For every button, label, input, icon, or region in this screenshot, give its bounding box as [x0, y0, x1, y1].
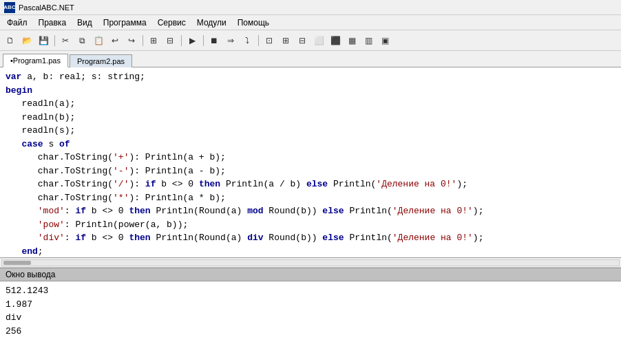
code-line-8: char.ToString('-'): Println(a - b); — [6, 164, 615, 178]
run-btn[interactable]: ▶ — [185, 33, 200, 48]
title-bar: ABC PascalABC.NET — [0, 0, 621, 15]
menu-bar: ФайлПравкаВидПрограммаСервисМодулиПомощь — [0, 15, 621, 30]
output-line: 256 — [6, 325, 615, 339]
code-line-13: 'div': if b <> 0 then Println(Round(a) d… — [6, 231, 615, 245]
redo-btn[interactable]: ↪ — [124, 33, 139, 48]
stop-btn[interactable]: ⏹ — [207, 33, 222, 48]
tb8[interactable]: ▣ — [377, 33, 392, 48]
code-line-1: var a, b: real; s: string; — [6, 70, 615, 84]
sep3 — [179, 33, 183, 48]
stepinto-btn[interactable]: ⤵ — [240, 33, 255, 48]
menu-item-вид[interactable]: Вид — [72, 17, 98, 29]
menu-item-программа[interactable]: Программа — [98, 17, 152, 29]
tabs: •Program1.pasProgram2.pas — [0, 51, 621, 67]
code-line-10: char.ToString('*'): Println(a * b); — [6, 191, 615, 205]
code-line-3: readln(a); — [6, 97, 615, 111]
app-icon: ABC — [4, 2, 15, 13]
save-btn[interactable]: 💾 — [36, 33, 51, 48]
menu-item-сервис[interactable]: Сервис — [152, 17, 191, 29]
menu-item-модули[interactable]: Модули — [191, 17, 232, 29]
code-line-14: end; — [6, 245, 615, 259]
sep5 — [256, 33, 260, 48]
code-line-4: readln(b); — [6, 111, 615, 125]
code-editor[interactable]: var a, b: real; s: string;begin readln(a… — [0, 67, 621, 258]
undo-btn[interactable]: ↩ — [107, 33, 123, 48]
code-line-6: case s of — [6, 138, 615, 151]
output-line: div — [6, 311, 615, 325]
tb2[interactable]: ⊞ — [278, 33, 293, 48]
editor-hscroll[interactable] — [0, 258, 621, 268]
menu-item-правка[interactable]: Правка — [33, 17, 72, 29]
code-line-5: readln(s); — [6, 124, 615, 138]
tb3[interactable]: ⊟ — [295, 33, 310, 48]
tab-0[interactable]: •Program1.pas — [3, 54, 68, 67]
open-btn[interactable]: 📂 — [19, 33, 34, 48]
tb4[interactable]: ⬜ — [311, 33, 326, 48]
tb5[interactable]: ⬛ — [328, 33, 343, 48]
output-line: 512.1243 — [6, 284, 615, 298]
find-btn[interactable]: ⊞ — [146, 33, 161, 48]
output-content: 512.12431.987div256 — [0, 281, 621, 364]
cut-btn[interactable]: ✂ — [58, 33, 73, 48]
new-btn[interactable]: 🗋 — [3, 33, 18, 48]
paste-btn[interactable]: 📋 — [91, 33, 106, 48]
tb6[interactable]: ▦ — [344, 33, 359, 48]
app-title: PascalABC.NET — [19, 3, 74, 12]
toolbar: 🗋📂💾✂⧉📋↩↪⊞⊟▶⏹⇒⤵⊡⊞⊟⬜⬛▦▥▣ — [0, 30, 621, 51]
sep1 — [52, 33, 56, 48]
output-line: 1.987 — [6, 298, 615, 312]
output-title: Окно вывода — [6, 270, 56, 279]
step-btn[interactable]: ⇒ — [223, 33, 238, 48]
sep2 — [140, 33, 145, 48]
copy-btn[interactable]: ⧉ — [74, 33, 90, 48]
menu-item-помощь[interactable]: Помощь — [232, 17, 275, 29]
tb1[interactable]: ⊡ — [262, 33, 277, 48]
code-line-9: char.ToString('/'): if b <> 0 then Print… — [6, 178, 615, 191]
code-line-2: begin — [6, 84, 615, 98]
hscroll-thumb[interactable] — [3, 261, 31, 265]
output-panel: Окно вывода 512.12431.987div256 — [0, 268, 621, 364]
tab-1[interactable]: Program2.pas — [70, 54, 132, 67]
replace-btn[interactable]: ⊟ — [162, 33, 178, 48]
tb7[interactable]: ▥ — [361, 33, 376, 48]
code-line-11: 'mod': if b <> 0 then Println(Round(a) m… — [6, 204, 615, 218]
sep4 — [201, 33, 205, 48]
output-header: Окно вывода — [0, 268, 621, 281]
code-line-7: char.ToString('+'): Println(a + b); — [6, 151, 615, 164]
hscroll-track[interactable] — [1, 259, 620, 266]
code-line-12: 'pow': Println(power(a, b)); — [6, 218, 615, 232]
menu-item-файл[interactable]: Файл — [1, 17, 33, 29]
